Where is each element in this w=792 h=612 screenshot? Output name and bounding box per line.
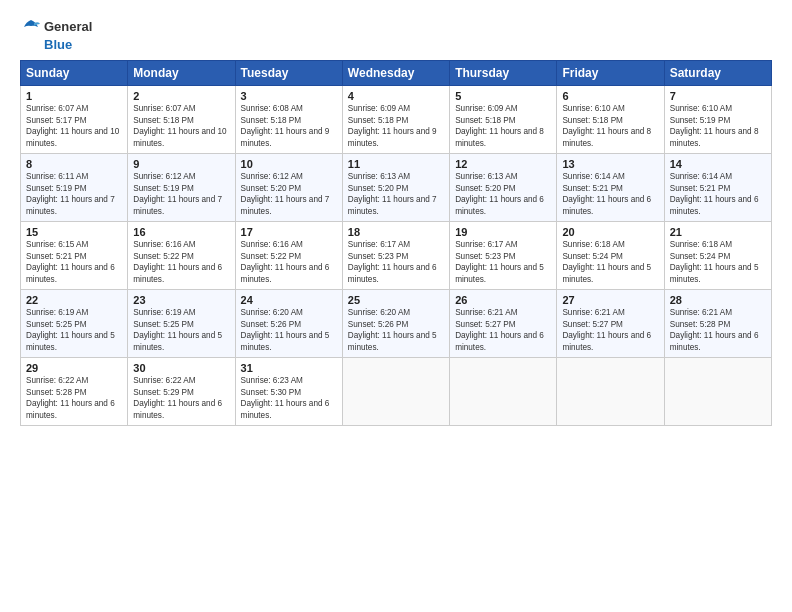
day-info: Sunrise: 6:16 AMSunset: 5:22 PMDaylight:… bbox=[241, 239, 337, 285]
calendar-cell: 15Sunrise: 6:15 AMSunset: 5:21 PMDayligh… bbox=[21, 222, 128, 290]
page: General Blue SundayMondayTuesdayWednesda… bbox=[0, 0, 792, 612]
calendar-cell: 4Sunrise: 6:09 AMSunset: 5:18 PMDaylight… bbox=[342, 86, 449, 154]
calendar-table: SundayMondayTuesdayWednesdayThursdayFrid… bbox=[20, 60, 772, 426]
calendar-cell: 2Sunrise: 6:07 AMSunset: 5:18 PMDaylight… bbox=[128, 86, 235, 154]
calendar-cell: 22Sunrise: 6:19 AMSunset: 5:25 PMDayligh… bbox=[21, 290, 128, 358]
day-number: 27 bbox=[562, 294, 658, 306]
week-row-5: 29Sunrise: 6:22 AMSunset: 5:28 PMDayligh… bbox=[21, 358, 772, 426]
day-info: Sunrise: 6:16 AMSunset: 5:22 PMDaylight:… bbox=[133, 239, 229, 285]
day-info: Sunrise: 6:17 AMSunset: 5:23 PMDaylight:… bbox=[348, 239, 444, 285]
day-number: 30 bbox=[133, 362, 229, 374]
calendar-cell: 9Sunrise: 6:12 AMSunset: 5:19 PMDaylight… bbox=[128, 154, 235, 222]
calendar-cell: 29Sunrise: 6:22 AMSunset: 5:28 PMDayligh… bbox=[21, 358, 128, 426]
day-info: Sunrise: 6:18 AMSunset: 5:24 PMDaylight:… bbox=[670, 239, 766, 285]
day-number: 24 bbox=[241, 294, 337, 306]
day-info: Sunrise: 6:07 AMSunset: 5:18 PMDaylight:… bbox=[133, 103, 229, 149]
calendar-cell: 24Sunrise: 6:20 AMSunset: 5:26 PMDayligh… bbox=[235, 290, 342, 358]
day-number: 18 bbox=[348, 226, 444, 238]
day-number: 15 bbox=[26, 226, 122, 238]
day-number: 31 bbox=[241, 362, 337, 374]
day-info: Sunrise: 6:10 AMSunset: 5:18 PMDaylight:… bbox=[562, 103, 658, 149]
header-friday: Friday bbox=[557, 61, 664, 86]
day-number: 1 bbox=[26, 90, 122, 102]
calendar-cell bbox=[664, 358, 771, 426]
day-info: Sunrise: 6:14 AMSunset: 5:21 PMDaylight:… bbox=[562, 171, 658, 217]
calendar-cell: 14Sunrise: 6:14 AMSunset: 5:21 PMDayligh… bbox=[664, 154, 771, 222]
calendar-cell: 30Sunrise: 6:22 AMSunset: 5:29 PMDayligh… bbox=[128, 358, 235, 426]
day-info: Sunrise: 6:21 AMSunset: 5:28 PMDaylight:… bbox=[670, 307, 766, 353]
logo-bird-icon bbox=[20, 16, 42, 38]
calendar-cell: 18Sunrise: 6:17 AMSunset: 5:23 PMDayligh… bbox=[342, 222, 449, 290]
calendar-cell: 26Sunrise: 6:21 AMSunset: 5:27 PMDayligh… bbox=[450, 290, 557, 358]
calendar-cell: 25Sunrise: 6:20 AMSunset: 5:26 PMDayligh… bbox=[342, 290, 449, 358]
calendar-cell: 13Sunrise: 6:14 AMSunset: 5:21 PMDayligh… bbox=[557, 154, 664, 222]
calendar-cell: 31Sunrise: 6:23 AMSunset: 5:30 PMDayligh… bbox=[235, 358, 342, 426]
calendar-cell: 20Sunrise: 6:18 AMSunset: 5:24 PMDayligh… bbox=[557, 222, 664, 290]
day-number: 6 bbox=[562, 90, 658, 102]
calendar-cell: 6Sunrise: 6:10 AMSunset: 5:18 PMDaylight… bbox=[557, 86, 664, 154]
day-number: 19 bbox=[455, 226, 551, 238]
day-number: 28 bbox=[670, 294, 766, 306]
week-row-1: 1Sunrise: 6:07 AMSunset: 5:17 PMDaylight… bbox=[21, 86, 772, 154]
calendar-cell: 16Sunrise: 6:16 AMSunset: 5:22 PMDayligh… bbox=[128, 222, 235, 290]
calendar-cell: 27Sunrise: 6:21 AMSunset: 5:27 PMDayligh… bbox=[557, 290, 664, 358]
day-number: 26 bbox=[455, 294, 551, 306]
day-info: Sunrise: 6:08 AMSunset: 5:18 PMDaylight:… bbox=[241, 103, 337, 149]
day-number: 21 bbox=[670, 226, 766, 238]
logo: General Blue bbox=[20, 16, 92, 52]
day-number: 2 bbox=[133, 90, 229, 102]
calendar-cell: 3Sunrise: 6:08 AMSunset: 5:18 PMDaylight… bbox=[235, 86, 342, 154]
day-info: Sunrise: 6:20 AMSunset: 5:26 PMDaylight:… bbox=[348, 307, 444, 353]
day-number: 13 bbox=[562, 158, 658, 170]
calendar-header-row: SundayMondayTuesdayWednesdayThursdayFrid… bbox=[21, 61, 772, 86]
day-info: Sunrise: 6:12 AMSunset: 5:20 PMDaylight:… bbox=[241, 171, 337, 217]
logo-blue: Blue bbox=[44, 38, 72, 52]
calendar-cell bbox=[557, 358, 664, 426]
calendar-cell: 21Sunrise: 6:18 AMSunset: 5:24 PMDayligh… bbox=[664, 222, 771, 290]
week-row-3: 15Sunrise: 6:15 AMSunset: 5:21 PMDayligh… bbox=[21, 222, 772, 290]
day-number: 20 bbox=[562, 226, 658, 238]
header-saturday: Saturday bbox=[664, 61, 771, 86]
header-thursday: Thursday bbox=[450, 61, 557, 86]
day-number: 17 bbox=[241, 226, 337, 238]
calendar-cell: 23Sunrise: 6:19 AMSunset: 5:25 PMDayligh… bbox=[128, 290, 235, 358]
svg-rect-0 bbox=[20, 16, 42, 38]
header-monday: Monday bbox=[128, 61, 235, 86]
calendar-cell: 8Sunrise: 6:11 AMSunset: 5:19 PMDaylight… bbox=[21, 154, 128, 222]
day-info: Sunrise: 6:19 AMSunset: 5:25 PMDaylight:… bbox=[133, 307, 229, 353]
day-info: Sunrise: 6:12 AMSunset: 5:19 PMDaylight:… bbox=[133, 171, 229, 217]
calendar-cell: 1Sunrise: 6:07 AMSunset: 5:17 PMDaylight… bbox=[21, 86, 128, 154]
day-info: Sunrise: 6:07 AMSunset: 5:17 PMDaylight:… bbox=[26, 103, 122, 149]
week-row-2: 8Sunrise: 6:11 AMSunset: 5:19 PMDaylight… bbox=[21, 154, 772, 222]
day-info: Sunrise: 6:15 AMSunset: 5:21 PMDaylight:… bbox=[26, 239, 122, 285]
day-number: 16 bbox=[133, 226, 229, 238]
day-info: Sunrise: 6:23 AMSunset: 5:30 PMDaylight:… bbox=[241, 375, 337, 421]
calendar-cell: 19Sunrise: 6:17 AMSunset: 5:23 PMDayligh… bbox=[450, 222, 557, 290]
day-info: Sunrise: 6:21 AMSunset: 5:27 PMDaylight:… bbox=[455, 307, 551, 353]
header-wednesday: Wednesday bbox=[342, 61, 449, 86]
calendar-cell: 7Sunrise: 6:10 AMSunset: 5:19 PMDaylight… bbox=[664, 86, 771, 154]
calendar-cell: 5Sunrise: 6:09 AMSunset: 5:18 PMDaylight… bbox=[450, 86, 557, 154]
day-info: Sunrise: 6:21 AMSunset: 5:27 PMDaylight:… bbox=[562, 307, 658, 353]
day-number: 23 bbox=[133, 294, 229, 306]
day-number: 3 bbox=[241, 90, 337, 102]
calendar-cell: 12Sunrise: 6:13 AMSunset: 5:20 PMDayligh… bbox=[450, 154, 557, 222]
calendar-cell: 28Sunrise: 6:21 AMSunset: 5:28 PMDayligh… bbox=[664, 290, 771, 358]
day-number: 9 bbox=[133, 158, 229, 170]
day-number: 5 bbox=[455, 90, 551, 102]
day-number: 8 bbox=[26, 158, 122, 170]
day-number: 10 bbox=[241, 158, 337, 170]
calendar-cell bbox=[450, 358, 557, 426]
day-info: Sunrise: 6:13 AMSunset: 5:20 PMDaylight:… bbox=[455, 171, 551, 217]
day-info: Sunrise: 6:18 AMSunset: 5:24 PMDaylight:… bbox=[562, 239, 658, 285]
day-info: Sunrise: 6:22 AMSunset: 5:28 PMDaylight:… bbox=[26, 375, 122, 421]
day-info: Sunrise: 6:20 AMSunset: 5:26 PMDaylight:… bbox=[241, 307, 337, 353]
day-info: Sunrise: 6:10 AMSunset: 5:19 PMDaylight:… bbox=[670, 103, 766, 149]
day-info: Sunrise: 6:09 AMSunset: 5:18 PMDaylight:… bbox=[455, 103, 551, 149]
day-number: 11 bbox=[348, 158, 444, 170]
header: General Blue bbox=[20, 16, 772, 52]
day-number: 29 bbox=[26, 362, 122, 374]
header-sunday: Sunday bbox=[21, 61, 128, 86]
header-tuesday: Tuesday bbox=[235, 61, 342, 86]
day-info: Sunrise: 6:09 AMSunset: 5:18 PMDaylight:… bbox=[348, 103, 444, 149]
